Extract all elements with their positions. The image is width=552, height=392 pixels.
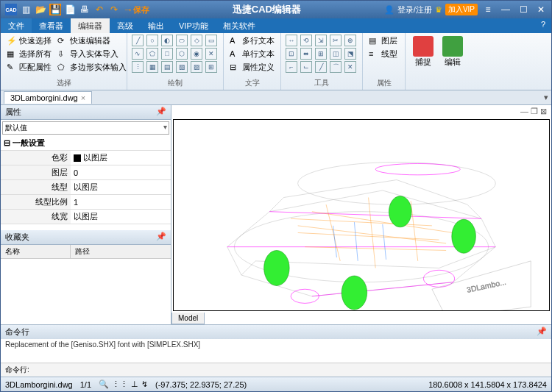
draw-tool-icon[interactable]: ⊞ [205, 61, 217, 73]
tab-close-icon[interactable]: × [81, 93, 85, 102]
quick-editor-button[interactable]: ⟳快速编辑器 [56, 35, 128, 47]
status-icon[interactable]: ⊥ [131, 379, 138, 389]
tool-icon[interactable]: ⌐ [286, 61, 297, 73]
draw-tool-icon[interactable]: ⬠ [146, 48, 158, 60]
prop-value[interactable]: 1 [71, 195, 171, 209]
user-icon: 👤 [384, 5, 394, 15]
login-link[interactable]: 登录/注册 [397, 4, 432, 15]
tab-related[interactable]: 相关软件 [216, 18, 263, 33]
tool-icon[interactable]: ⊞ [315, 48, 327, 60]
multiline-text-button[interactable]: A多行文本 [228, 35, 276, 47]
crown-icon: ♛ [435, 5, 442, 15]
match-props-button[interactable]: ✎匹配属性 [5, 61, 53, 74]
tool-icon[interactable]: ⇲ [315, 35, 327, 46]
svg-point-8 [342, 276, 367, 310]
draw-tool-icon[interactable]: ◉ [191, 48, 202, 60]
status-coords: (-97.375; 22.9375; 27.25) [155, 380, 247, 389]
prop-value[interactable]: 以图层 [71, 151, 171, 165]
linetype-button[interactable]: ≡线型 [367, 48, 400, 60]
print-icon[interactable]: 🖶 [79, 4, 91, 15]
pin-icon[interactable]: 📌 [156, 107, 166, 118]
tab-editor[interactable]: 编辑器 [71, 18, 110, 33]
tab-advanced[interactable]: 高级 [110, 18, 141, 33]
draw-tool-icon[interactable]: ◐ [161, 35, 173, 46]
vip-button[interactable]: 加入VIP [445, 4, 478, 15]
draw-tool-icon[interactable]: ◇ [191, 35, 202, 46]
tool-icon[interactable]: ⬔ [344, 48, 356, 60]
draw-tool-icon[interactable]: ╱ [132, 35, 144, 46]
new-icon[interactable]: ▥ [20, 4, 32, 15]
pin-icon[interactable]: 📌 [537, 327, 547, 338]
pin-icon[interactable]: 📌 [156, 232, 166, 243]
lightning-icon: ⚡ [7, 36, 17, 46]
draw-tool-icon[interactable]: ▦ [146, 61, 158, 73]
maximize-icon[interactable]: ☐ [517, 4, 529, 15]
edit-button[interactable]: 编辑 [439, 35, 466, 88]
tool-icon[interactable]: ◫ [330, 48, 342, 60]
snap-button[interactable]: 捕捉 [410, 35, 436, 88]
tool-icon[interactable]: ⬌ [300, 48, 312, 60]
draw-tool-icon[interactable]: ⬡ [176, 48, 188, 60]
open-icon[interactable]: 📂 [35, 4, 46, 15]
draw-tool-icon[interactable]: ○ [146, 35, 158, 46]
draw-tool-icon[interactable]: ⬭ [176, 35, 188, 46]
quick-select-button[interactable]: ⚡快速选择 [5, 35, 53, 47]
draw-tool-icon[interactable]: □ [161, 48, 173, 60]
tab-vip[interactable]: VIP功能 [171, 18, 216, 33]
draw-tool-icon[interactable]: ▤ [161, 61, 173, 73]
prop-value[interactable]: 以图层 [71, 180, 171, 194]
import-entity-button[interactable]: ⇩导入实体导入 [56, 48, 128, 60]
document-tab[interactable]: 3DLamborgini.dwg× [4, 91, 92, 104]
tool-icon[interactable]: ⊕ [344, 35, 356, 46]
model-tab[interactable]: Model [171, 313, 205, 324]
model-viewport[interactable]: 3DLambo... [173, 119, 550, 311]
help-icon[interactable]: ? [535, 18, 551, 33]
vp-minimize-icon[interactable]: — [520, 107, 528, 115]
polygon-entity-button[interactable]: ⬠多边形实体输入 [56, 61, 128, 74]
status-icon[interactable]: ↯ [141, 379, 148, 389]
export-pdf-icon[interactable]: 📄 [64, 4, 76, 15]
draw-tool-icon[interactable]: ∿ [132, 48, 144, 60]
save-icon[interactable]: 💾 [49, 4, 61, 15]
default-dropdown[interactable]: 默认值 [2, 121, 169, 135]
tool-icon[interactable]: ↔ [286, 35, 297, 46]
draw-tool-icon[interactable]: ▧ [176, 61, 188, 73]
cmd-title: 命令行 [5, 327, 29, 338]
tool-icon[interactable]: ⌙ [300, 61, 312, 73]
status-icon[interactable]: 🔍 [99, 379, 109, 389]
status-icon[interactable]: ⋮⋮ [112, 379, 128, 389]
tab-file[interactable]: 文件 [1, 18, 32, 33]
draw-tool-icon[interactable]: ✕ [205, 48, 217, 60]
tool-icon[interactable]: ✂ [330, 35, 342, 46]
tool-icon[interactable]: ⟲ [300, 35, 312, 46]
cmd-output: Replacement of the [Geniso.SHX] font wit… [1, 339, 551, 363]
tab-viewer[interactable]: 查看器 [32, 18, 71, 33]
tab-output[interactable]: 输出 [141, 18, 171, 33]
chevron-down-icon[interactable]: ▾ [544, 93, 548, 102]
singleline-text-button[interactable]: A单行文本 [228, 48, 276, 60]
prop-value[interactable]: 0 [71, 165, 171, 179]
draw-tool-icon[interactable]: ⋮ [132, 61, 144, 73]
tool-icon[interactable]: ╱ [315, 61, 327, 73]
prop-value[interactable]: 以图层 [71, 210, 171, 224]
menu-icon[interactable]: ≡ [482, 4, 494, 15]
text-icon: A [230, 36, 240, 46]
tool-icon[interactable]: ⊡ [286, 48, 297, 60]
vp-close-icon[interactable]: ⊠ [540, 107, 547, 115]
redo-icon[interactable]: ↷ [108, 4, 120, 15]
undo-icon[interactable]: ↶ [93, 4, 105, 15]
draw-tool-icon[interactable]: ▨ [191, 61, 202, 73]
tool-icon[interactable]: ✕ [344, 61, 356, 73]
tool-icon[interactable]: ⌒ [330, 61, 342, 73]
cmd-input[interactable]: 命令行: [1, 363, 551, 377]
layer-button[interactable]: ▤图层 [367, 35, 400, 47]
close-icon[interactable]: ✕ [535, 4, 547, 15]
select-all-button[interactable]: ▦选择所有 [5, 48, 53, 60]
fav-panel-title: 收藏夹 [5, 232, 29, 243]
draw-tool-icon[interactable]: ▭ [205, 35, 217, 46]
vp-restore-icon[interactable]: ❐ [531, 107, 538, 115]
svg-point-4 [423, 270, 454, 287]
minimize-icon[interactable]: — [500, 4, 512, 15]
status-dims: 180.6008 x 141.5804 x 173.8424 [428, 380, 547, 389]
attr-def-button[interactable]: ⊟属性定义 [228, 61, 276, 74]
